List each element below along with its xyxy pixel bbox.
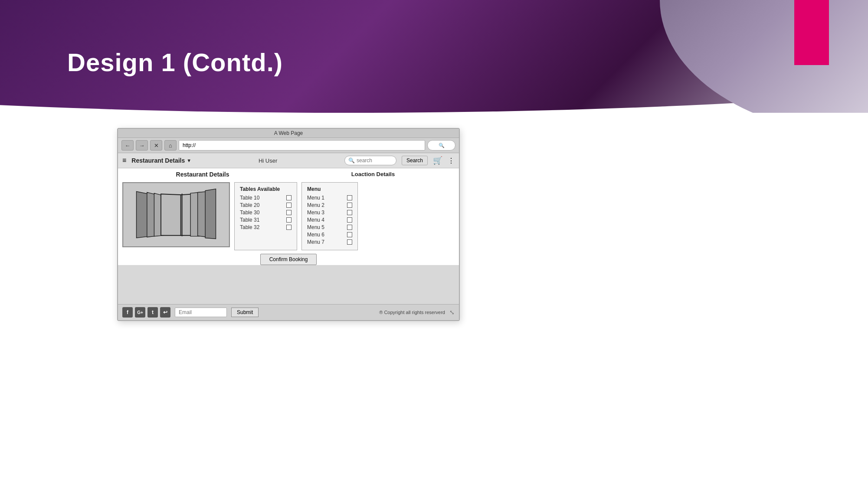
table-item: Table 30 xyxy=(240,210,292,216)
table-31-checkbox[interactable] xyxy=(286,217,292,223)
cart-icon[interactable]: 🛒 xyxy=(433,156,442,165)
tables-section-title: Tables Available xyxy=(240,186,292,192)
menu-item: Menu 4 xyxy=(307,217,352,223)
menu-item: Menu 5 xyxy=(307,224,352,230)
confirm-row: Confirm Booking xyxy=(122,254,455,265)
confirm-booking-button[interactable]: Confirm Booking xyxy=(260,254,317,265)
menu-5-label: Menu 5 xyxy=(307,224,324,230)
navbar-search-input[interactable] xyxy=(357,157,391,164)
table-32-checkbox[interactable] xyxy=(286,225,292,230)
menu-section: Menu Menu 1 Menu 2 Menu 3 xyxy=(301,182,358,250)
table-item: Table 10 xyxy=(240,195,292,201)
menu-section-title: Menu xyxy=(307,186,352,192)
menu-1-checkbox[interactable] xyxy=(347,195,352,200)
menu-item: Menu 2 xyxy=(307,202,352,208)
brand-dropdown-arrow: ▼ xyxy=(187,158,191,163)
table-30-label: Table 30 xyxy=(240,210,259,216)
table-10-label: Table 10 xyxy=(240,195,259,201)
footer-email-input[interactable] xyxy=(175,308,227,317)
menu-5-checkbox[interactable] xyxy=(347,225,352,230)
menu-3-label: Menu 3 xyxy=(307,210,324,216)
googleplus-icon[interactable]: G+ xyxy=(135,307,145,318)
menu-3-checkbox[interactable] xyxy=(347,210,352,215)
facebook-icon[interactable]: f xyxy=(122,307,133,318)
more-options-icon[interactable]: ⋮ xyxy=(448,157,455,165)
svg-marker-8 xyxy=(205,189,216,239)
navbar-search-container: 🔍 xyxy=(344,156,396,165)
browser-back-button[interactable]: ← xyxy=(121,140,134,151)
navbar-greeting: Hi User xyxy=(197,157,339,164)
slide-title: Design 1 (Contd.) xyxy=(67,48,283,77)
browser-forward-button[interactable]: → xyxy=(136,140,148,151)
menu-2-checkbox[interactable] xyxy=(347,203,352,208)
social-icons-group: f G+ t ↩ xyxy=(122,307,170,318)
menu-4-label: Menu 4 xyxy=(307,217,324,223)
table-20-label: Table 20 xyxy=(240,202,259,208)
navbar-search-button[interactable]: Search xyxy=(402,156,428,165)
menu-6-label: Menu 6 xyxy=(307,232,324,238)
browser-url-input[interactable] xyxy=(179,140,425,151)
menu-4-checkbox[interactable] xyxy=(347,217,352,223)
table-32-label: Table 32 xyxy=(240,224,259,230)
browser-search-bar[interactable]: 🔍 xyxy=(427,140,455,151)
navbar-search-icon: 🔍 xyxy=(348,157,355,164)
tables-section: Tables Available Table 10 Table 20 Table… xyxy=(234,182,297,250)
app-navbar: ≡ Restaurant Details ▼ Hi User 🔍 Search … xyxy=(118,153,459,168)
content-panels: Tables Available Table 10 Table 20 Table… xyxy=(122,182,455,250)
menu-item: Menu 7 xyxy=(307,239,352,245)
table-30-checkbox[interactable] xyxy=(286,210,292,215)
table-item: Table 20 xyxy=(240,202,292,208)
menu-7-label: Menu 7 xyxy=(307,239,324,245)
menu-6-checkbox[interactable] xyxy=(347,232,352,237)
share-icon[interactable]: ↩ xyxy=(160,307,170,318)
menu-item: Menu 6 xyxy=(307,232,352,238)
table-10-checkbox[interactable] xyxy=(286,195,292,200)
browser-stop-button[interactable]: ✕ xyxy=(150,140,162,151)
browser-footer: f G+ t ↩ Submit ® Copyright all rights r… xyxy=(118,304,459,320)
browser-search-icon: 🔍 xyxy=(439,143,445,148)
navbar-brand-label: Restaurant Details xyxy=(131,157,185,164)
browser-main-content: Restaurant Details Loaction Details xyxy=(118,168,459,265)
twitter-icon[interactable]: t xyxy=(147,307,158,318)
menu-item: Menu 1 xyxy=(307,195,352,201)
browser-toolbar: ← → ✕ ⌂ 🔍 xyxy=(118,138,459,153)
restaurant-details-title: Restaurant Details xyxy=(122,171,283,178)
svg-marker-4 xyxy=(161,194,183,235)
menu-1-label: Menu 1 xyxy=(307,195,324,201)
browser-title-text: A Web Page xyxy=(274,130,303,136)
menu-2-label: Menu 2 xyxy=(307,202,324,208)
browser-home-button[interactable]: ⌂ xyxy=(164,140,177,151)
content-headers: Restaurant Details Loaction Details xyxy=(122,171,455,178)
browser-window: A Web Page ← → ✕ ⌂ 🔍 ≡ Restaurant Detail… xyxy=(117,128,460,321)
navbar-brand[interactable]: Restaurant Details ▼ xyxy=(131,157,191,164)
table-item: Table 32 xyxy=(240,224,292,230)
table-20-checkbox[interactable] xyxy=(286,203,292,208)
menu-item: Menu 3 xyxy=(307,210,352,216)
restaurant-image-placeholder xyxy=(122,182,230,247)
browser-titlebar: A Web Page xyxy=(118,129,459,138)
pink-decoration xyxy=(794,0,829,65)
right-panels: Tables Available Table 10 Table 20 Table… xyxy=(234,182,358,250)
table-item: Table 31 xyxy=(240,217,292,223)
location-details-title: Loaction Details xyxy=(292,171,455,178)
resize-handle-icon[interactable]: ⤡ xyxy=(449,309,455,316)
footer-submit-button[interactable]: Submit xyxy=(231,308,259,317)
table-31-label: Table 31 xyxy=(240,217,259,223)
menu-7-checkbox[interactable] xyxy=(347,239,352,245)
hamburger-icon[interactable]: ≡ xyxy=(122,157,126,164)
footer-copyright: ® Copyright all rights reserverd xyxy=(263,310,445,315)
